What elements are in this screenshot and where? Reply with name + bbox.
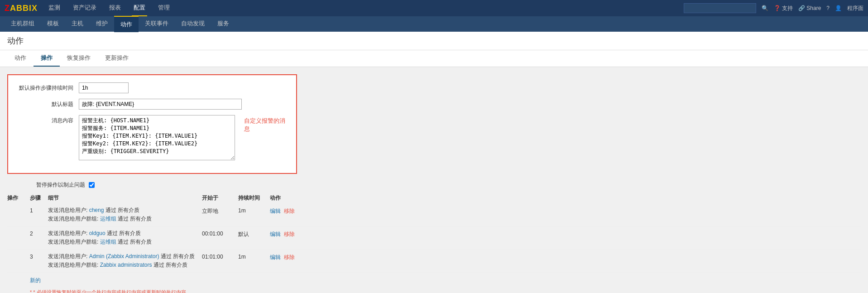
top-nav-right-link[interactable]: 程序面 — [847, 5, 863, 12]
search-icon[interactable]: 🔍 — [762, 5, 768, 11]
message-content-label: 消息内容 — [15, 115, 79, 125]
op-detail-1-line1: 发送消息给用户: cheng 通过 所有介质 — [48, 207, 202, 214]
nav-report[interactable]: 报表 — [107, 0, 123, 16]
nav-admin[interactable]: 管理 — [156, 0, 172, 16]
op-delete-3[interactable]: 移除 — [284, 254, 295, 260]
operations-section: 操作 步骤 细节 开始于 持续时间 动作 1 发送消息给用户: cheng 通过… — [7, 194, 861, 284]
op-detail-2: 发送消息给用户: oldguo 通过 所有介质 发送消息给用户群组: 运维组 通… — [48, 230, 202, 247]
op-start-2: 00:01:00 — [202, 230, 238, 237]
op-detail-2-line2: 发送消息给用户群组: 运维组 通过 所有介质 — [48, 238, 202, 246]
op-step-1: 1 — [30, 207, 48, 214]
nav-config[interactable]: 配置 — [132, 0, 147, 16]
share-link[interactable]: 🔗 Share — [798, 5, 821, 11]
op-edit-1[interactable]: 编辑 — [270, 208, 281, 214]
default-subject-row: 默认标题 — [15, 99, 289, 110]
step-duration-label: 默认操作步骤持续时间 — [15, 82, 79, 92]
ops-label: 操作 — [7, 194, 30, 202]
subnav-hostgroup[interactable]: 主机群组 — [5, 16, 41, 32]
op-actions-2: 编辑 移除 — [270, 230, 306, 238]
default-subject-label: 默认标题 — [15, 99, 79, 108]
step-duration-input[interactable] — [79, 82, 129, 93]
op-detail-3-line1: 发送消息给用户: Admin (Zabbix Administrator) 通过… — [48, 253, 202, 260]
subnav-services[interactable]: 服务 — [211, 16, 235, 32]
table-row: 2 发送消息给用户: oldguo 通过 所有介质 发送消息给用户群组: 运维组… — [7, 227, 861, 250]
page-header: 动作 — [0, 32, 868, 50]
op-start-1: 立即地 — [202, 207, 238, 215]
tab-operation[interactable]: 操作 — [34, 50, 60, 67]
subnav-action[interactable]: 动作 — [114, 16, 139, 32]
page-title: 动作 — [7, 35, 861, 46]
top-nav: ZABBIX 监测 资产记录 报表 配置 管理 🔍 ❓ 支持 🔗 Share ?… — [0, 0, 868, 16]
op-detail-1: 发送消息给用户: cheng 通过 所有介质 发送消息给用户群组: 运维组 通过… — [48, 207, 202, 224]
step-duration-row: 默认操作步骤持续时间 — [15, 82, 289, 93]
tab-bar: 动作 操作 恢复操作 更新操作 — [0, 50, 868, 67]
ops-header-row: 操作 步骤 细节 开始于 持续时间 动作 — [7, 194, 861, 202]
new-operation-link[interactable]: 新的 — [7, 277, 861, 284]
form-section: 默认操作步骤持续时间 默认标题 消息内容 报警主机: {HOST.NAME1} … — [7, 74, 297, 174]
pause-ops-label: 暂停操作以制止问题 — [7, 181, 89, 189]
required-note-text: * 必须设置恢复时的至少一个执行内容或执行内容或更新时的执行内容。 — [33, 289, 191, 293]
table-row: 3 发送消息给用户: Admin (Zabbix Administrator) … — [7, 250, 861, 273]
pause-ops-section: 暂停操作以制止问题 — [7, 181, 861, 189]
op-duration-3: 1m — [238, 253, 270, 260]
op-actions-3: 编辑 移除 — [270, 253, 306, 261]
tab-action[interactable]: 动作 — [7, 50, 34, 67]
subnav-maintenance[interactable]: 维护 — [90, 16, 114, 32]
message-content-textarea[interactable]: 报警主机: {HOST.NAME1} 报警服务: {ITEM.NAME1} 报警… — [79, 115, 235, 160]
subnav-host[interactable]: 主机 — [65, 16, 90, 32]
custom-msg-hint: 自定义报警的消息 — [244, 115, 289, 133]
op-detail-2-line1: 发送消息给用户: oldguo 通过 所有介质 — [48, 230, 202, 237]
op-duration-1: 1m — [238, 207, 270, 214]
support-link[interactable]: ❓ 支持 — [774, 5, 793, 12]
op-actions-1: 编辑 移除 — [270, 207, 306, 215]
op-detail-1-line2: 发送消息给用户群组: 运维组 通过 所有介质 — [48, 215, 202, 223]
nav-asset[interactable]: 资产记录 — [71, 0, 98, 16]
required-note: * * 必须设置恢复时的至少一个执行内容或执行内容或更新时的执行内容。 — [7, 289, 861, 293]
op-start-3: 01:01:00 — [202, 253, 238, 260]
tab-update[interactable]: 更新操作 — [98, 50, 136, 67]
col-duration: 持续时间 — [238, 194, 270, 202]
user-icon[interactable]: 👤 — [835, 5, 842, 11]
col-detail: 细节 — [48, 194, 202, 202]
op-delete-2[interactable]: 移除 — [284, 231, 295, 237]
sub-nav-menu: 主机群组 模板 主机 维护 动作 关联事件 自动发现 服务 — [5, 16, 235, 32]
subnav-event-correlation[interactable]: 关联事件 — [139, 16, 175, 32]
col-step: 步骤 — [30, 194, 48, 202]
col-action: 动作 — [270, 194, 306, 202]
sub-nav: 主机群组 模板 主机 维护 动作 关联事件 自动发现 服务 — [0, 16, 868, 32]
op-step-3: 3 — [30, 253, 48, 260]
op-step-2: 2 — [30, 230, 48, 237]
subnav-template[interactable]: 模板 — [41, 16, 65, 32]
col-start: 开始于 — [202, 194, 238, 202]
table-row: 1 发送消息给用户: cheng 通过 所有介质 发送消息给用户群组: 运维组 … — [7, 204, 861, 227]
message-content-row: 消息内容 报警主机: {HOST.NAME1} 报警服务: {ITEM.NAME… — [15, 115, 289, 160]
op-detail-3: 发送消息给用户: Admin (Zabbix Administrator) 通过… — [48, 253, 202, 270]
nav-monitor[interactable]: 监测 — [47, 0, 62, 16]
op-edit-3[interactable]: 编辑 — [270, 254, 281, 260]
top-nav-right: 🔍 ❓ 支持 🔗 Share ? 👤 程序面 — [684, 3, 863, 13]
search-input[interactable] — [684, 3, 756, 13]
zabbix-logo: ZABBIX — [5, 4, 38, 13]
top-nav-menu: 监测 资产记录 报表 配置 管理 — [47, 0, 172, 16]
main-content: 默认操作步骤持续时间 默认标题 消息内容 报警主机: {HOST.NAME1} … — [0, 67, 868, 293]
op-duration-2: 默认 — [238, 230, 270, 238]
op-detail-3-line2: 发送消息给用户群组: Zabbix administrators 通过 所有介质 — [48, 261, 202, 269]
op-delete-1[interactable]: 移除 — [284, 208, 295, 214]
subnav-autodiscovery[interactable]: 自动发现 — [175, 16, 211, 32]
default-subject-input[interactable] — [79, 99, 242, 110]
op-edit-2[interactable]: 编辑 — [270, 231, 281, 237]
pause-ops-checkbox[interactable] — [89, 182, 95, 188]
required-asterisk: * — [30, 289, 32, 293]
tab-recovery[interactable]: 恢复操作 — [60, 50, 98, 67]
help-icon[interactable]: ? — [826, 5, 830, 11]
